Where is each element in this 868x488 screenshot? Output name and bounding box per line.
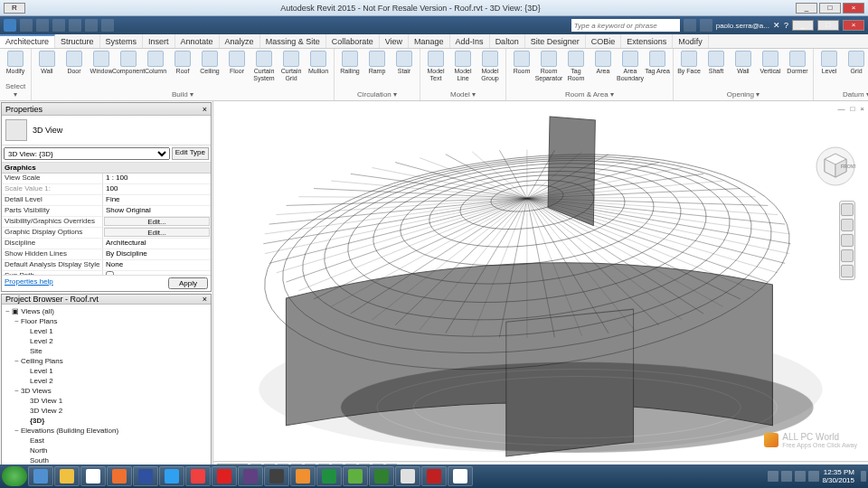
tray-volume-icon[interactable] [808,471,819,482]
tool-area-boundary[interactable]: Area Boundary [618,51,643,82]
help-icon[interactable]: ? [784,21,788,30]
redo-icon[interactable] [69,19,81,32]
tree-node[interactable]: Level 1 [4,326,209,336]
tree-node[interactable]: Level 2 [4,376,209,386]
props-row[interactable]: Visibility/Graphics OverridesEdit... [2,217,211,228]
tray-network-icon[interactable] [795,471,806,482]
group-label[interactable]: Room & Area ▾ [509,89,670,99]
tool-model-text[interactable]: Model Text [423,51,448,82]
tab-manage[interactable]: Manage [409,34,450,48]
tab-extensions[interactable]: Extensions [621,34,673,48]
props-row[interactable]: Show Hidden LinesBy Discipline [2,249,211,260]
model-canvas[interactable] [213,101,868,475]
group-label[interactable]: Model ▾ [423,89,503,99]
signin-icon[interactable] [700,19,712,32]
close-button[interactable]: × [843,3,864,14]
props-row[interactable]: Scale Value 1:100 [2,184,211,195]
tab-systems[interactable]: Systems [100,34,144,48]
taskbar-app-15[interactable] [421,466,447,486]
group-label[interactable]: Circulation ▾ [337,89,417,99]
tab-modify[interactable]: Modify [673,34,709,48]
taskbar-app-12[interactable] [343,466,368,486]
tab-collaborate[interactable]: Collaborate [326,34,380,48]
tree-twisty-icon[interactable]: − [13,356,21,366]
tree-node[interactable]: −▣ Views (all) [4,306,209,316]
tree-twisty-icon[interactable]: − [13,386,21,396]
tool-roof[interactable]: Roof [170,51,195,75]
tab-insert[interactable]: Insert [143,34,175,48]
zoom-icon[interactable] [841,234,854,247]
view-cube[interactable]: FRONT [816,146,855,186]
taskbar-clock[interactable]: 12:35 PM8/30/2015 [822,468,858,484]
look-icon[interactable] [841,265,854,277]
props-row[interactable]: Graphic Display OptionsEdit... [2,228,211,239]
tree-node[interactable]: 3D View 2 [4,406,209,416]
tree-node[interactable]: North [4,446,209,455]
props-value[interactable]: Fine [103,195,211,205]
orbit-icon[interactable] [841,249,854,262]
tool-curtain-system[interactable]: Curtain System [251,51,277,82]
print-icon[interactable] [85,19,98,32]
project-tree[interactable]: −▣ Views (all)−Floor PlansLevel 1Level 2… [2,305,211,474]
tool-tag-room[interactable]: Tag Room [563,51,589,82]
taskbar-app-16[interactable] [448,466,473,486]
tree-node[interactable]: Level 2 [4,336,209,346]
taskbar-app-14[interactable] [395,466,420,486]
taskbar-app-2[interactable] [80,466,106,486]
group-label[interactable]: Build ▾ [34,89,331,99]
tab-annotate[interactable]: Annotate [175,34,220,48]
tool-wall[interactable]: Wall [731,51,756,75]
taskbar-app-7[interactable] [212,466,237,486]
maximize-button[interactable]: □ [819,3,841,14]
props-value[interactable]: None [103,260,211,270]
tree-node[interactable]: −3D Views [4,386,209,396]
tray-action-icon[interactable] [781,471,792,482]
tool-grid[interactable]: Grid [844,51,868,75]
edit-type-button[interactable]: Edit Type [172,147,209,160]
tool-wall[interactable]: Wall [34,51,60,75]
tool-column[interactable]: Column [143,51,168,75]
tool-by-face[interactable]: By Face [676,51,702,75]
tab-view[interactable]: View [380,34,409,48]
tool-railing[interactable]: Railing [337,51,363,75]
tool-mullion[interactable]: Mullion [306,51,331,75]
tool-vertical[interactable]: Vertical [758,51,783,75]
tool-shaft[interactable]: Shaft [703,51,729,75]
tool-room-separator[interactable]: Room Separator [536,51,561,82]
taskbar-app-3[interactable] [107,466,132,486]
tool-dormer[interactable]: Dormer [785,51,810,75]
tree-node[interactable]: Level 1 [4,366,209,376]
inner-minimize-button[interactable]: _ [792,20,814,31]
props-value[interactable]: 100 [103,184,211,194]
tab-structure[interactable]: Structure [55,34,100,48]
user-label[interactable]: paolo.serra@a... [716,22,769,30]
tool-model-group[interactable]: Model Group [477,51,503,82]
tool-stair[interactable]: Stair [392,51,417,75]
props-row[interactable]: DisciplineArchitectural [2,239,211,249]
tab-massing-site[interactable]: Massing & Site [260,34,326,48]
taskbar-app-4[interactable] [133,466,158,486]
taskbar-app-13[interactable] [369,466,394,486]
inner-close-button[interactable]: × [843,20,864,31]
taskbar-app-0[interactable] [28,466,53,486]
props-row[interactable]: Detail LevelFine [2,195,211,206]
tab-site-designer[interactable]: Site Designer [525,34,586,48]
properties-help-link[interactable]: Properties help [5,277,53,289]
tab-dalton[interactable]: Dalton [490,34,525,48]
tree-node[interactable]: Site [4,346,209,356]
search-input[interactable] [571,19,680,32]
taskbar-app-10[interactable] [290,466,316,486]
open-icon[interactable] [20,19,33,32]
tray-expand-icon[interactable] [768,471,778,482]
props-row[interactable]: Default Analysis Display StyleNone [2,260,211,271]
subscription-icon[interactable] [684,19,696,32]
tree-twisty-icon[interactable]: − [13,316,21,326]
taskbar-app-5[interactable] [159,466,184,486]
group-label[interactable]: Select ▾ [3,81,28,99]
tab-analyze[interactable]: Analyze [220,34,260,48]
props-value[interactable]: 1 : 100 [103,174,211,183]
revit-app-icon[interactable] [4,19,16,32]
tab-cobie[interactable]: COBie [586,34,622,48]
measure-icon[interactable] [101,19,114,32]
properties-close-icon[interactable]: × [203,105,207,114]
